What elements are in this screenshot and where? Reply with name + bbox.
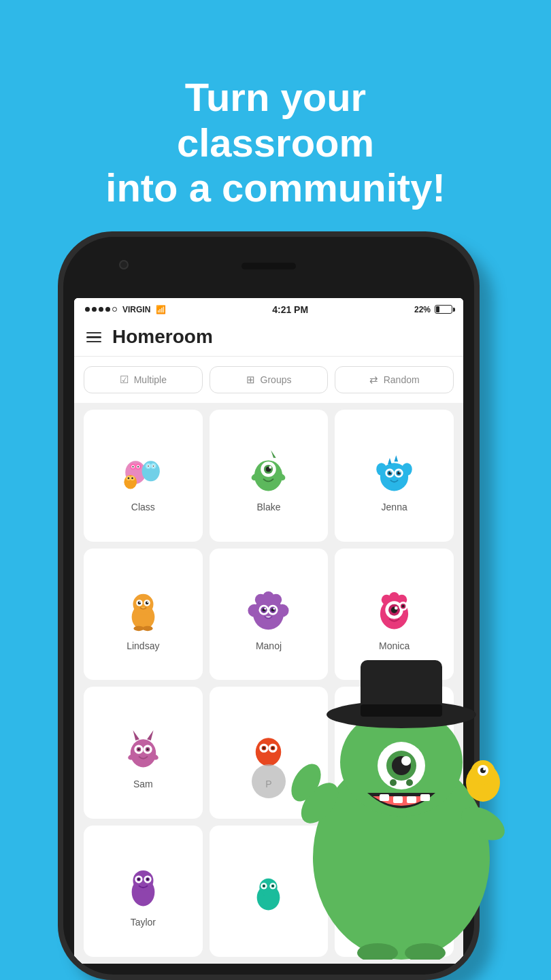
svg-point-100	[398, 749, 400, 751]
svg-point-128	[389, 885, 390, 887]
signal-dots	[85, 307, 117, 312]
status-time: 4:21 PM	[272, 304, 308, 315]
screen-content: VIRGIN 📶 4:21 PM 22%	[74, 298, 463, 964]
svg-marker-20	[271, 450, 277, 457]
svg-point-121	[272, 885, 273, 887]
svg-point-12	[148, 466, 149, 467]
student-name-blake2: Blake	[382, 779, 406, 789]
phone-device: VIRGIN 📶 4:21 PM 22%	[58, 231, 493, 980]
avatar-class	[116, 442, 170, 496]
hamburger-menu-icon[interactable]	[86, 332, 101, 343]
avatar-taylor	[116, 857, 170, 911]
student-card-lindsay[interactable]: Lindsay	[84, 549, 203, 680]
wifi-icon: 📶	[156, 305, 166, 314]
svg-point-48	[133, 626, 144, 632]
student-card-sam[interactable]: Sam	[84, 687, 203, 818]
svg-point-71	[395, 606, 398, 610]
svg-point-37	[399, 471, 401, 472]
svg-point-112	[137, 878, 139, 880]
svg-point-101	[390, 748, 392, 749]
monster-orange-svg	[118, 582, 169, 633]
students-grid: Class	[74, 403, 463, 964]
svg-point-17	[127, 477, 129, 479]
multiple-icon: ☑	[120, 374, 129, 386]
random-icon: ⇄	[369, 374, 378, 386]
svg-point-47	[147, 602, 148, 603]
phone-inner: VIRGIN 📶 4:21 PM 22%	[63, 237, 474, 975]
svg-point-99	[389, 749, 391, 751]
signal-dot-2	[92, 307, 97, 312]
hamburger-line-3	[86, 341, 101, 343]
avatar-extra2	[367, 862, 422, 917]
student-card-monica[interactable]: Monica	[335, 549, 454, 680]
svg-point-62	[265, 608, 267, 610]
avatar-jenna	[367, 442, 422, 496]
phone-body: VIRGIN 📶 4:21 PM 22%	[58, 231, 480, 980]
student-card-p[interactable]: P	[210, 687, 329, 818]
svg-point-45	[146, 602, 149, 605]
monster-multi-svg	[118, 444, 169, 495]
multiple-label: Multiple	[134, 374, 167, 385]
svg-point-74	[402, 605, 405, 608]
student-name-lindsay: Lindsay	[127, 640, 159, 651]
status-bar: VIRGIN 📶 4:21 PM 22%	[74, 298, 463, 318]
monster-taylor-svg	[118, 859, 169, 910]
svg-point-29	[402, 463, 412, 476]
student-name-sam: Sam	[133, 779, 153, 789]
hamburger-line-1	[86, 332, 101, 334]
svg-point-86	[256, 738, 282, 766]
avatar-manoj	[241, 581, 296, 635]
carrier-name: VIRGIN	[122, 305, 150, 314]
signal-dot-3	[99, 307, 103, 312]
student-card-extra1[interactable]	[210, 826, 329, 957]
svg-point-28	[376, 463, 386, 476]
student-name-taylor: Taylor	[131, 917, 156, 928]
random-button[interactable]: ⇄ Random	[335, 366, 454, 393]
monster-pink-svg	[369, 582, 420, 633]
svg-point-6	[137, 466, 139, 467]
groups-button[interactable]: ⊞ Groups	[210, 366, 329, 393]
signal-dot-5	[112, 307, 117, 312]
svg-point-102	[399, 748, 401, 749]
multiple-button[interactable]: ☑ Multiple	[84, 366, 203, 393]
monster-sam-svg	[118, 720, 169, 771]
svg-point-92	[272, 747, 274, 749]
svg-point-91	[263, 747, 265, 749]
phone-speaker	[241, 263, 296, 270]
signal-dot-1	[85, 307, 90, 312]
svg-point-63	[273, 608, 276, 610]
svg-point-51	[248, 604, 261, 617]
svg-point-46	[139, 602, 141, 603]
student-card-jenna[interactable]: Jenna	[335, 410, 454, 541]
student-card-class[interactable]: Class	[84, 410, 203, 541]
groups-icon: ⊞	[246, 374, 255, 386]
monster-blue-svg	[369, 444, 420, 495]
student-card-blake2[interactable]: Blake	[335, 687, 454, 818]
student-name-blake1: Blake	[256, 502, 280, 512]
student-card-extra2[interactable]	[335, 826, 454, 957]
monster-purple-svg	[243, 582, 294, 633]
signal-dot-4	[105, 307, 110, 312]
monster-extra1-svg	[243, 864, 294, 915]
battery-icon	[435, 305, 452, 314]
student-card-taylor[interactable]: Taylor	[84, 826, 203, 957]
svg-marker-38	[388, 457, 392, 463]
app-title: Homeroom	[112, 326, 213, 348]
svg-point-120	[263, 885, 265, 887]
phone-camera	[119, 260, 129, 270]
svg-marker-76	[133, 730, 139, 740]
battery-percent: 22%	[414, 305, 431, 314]
phone-screen: VIRGIN 📶 4:21 PM 22%	[74, 298, 463, 964]
student-card-manoj[interactable]: Manoj	[210, 549, 329, 680]
hero-section: Turn your classroom into a community!	[0, 34, 551, 231]
svg-point-55	[263, 591, 275, 603]
status-left: VIRGIN 📶	[85, 305, 166, 314]
status-right: 22%	[414, 305, 452, 314]
svg-point-7	[141, 461, 159, 481]
avatar-sam	[116, 719, 170, 773]
svg-marker-94	[392, 730, 397, 738]
student-card-blake1[interactable]: Blake	[210, 410, 329, 541]
student-name-jenna: Jenna	[382, 502, 407, 512]
svg-point-75	[131, 740, 156, 768]
hero-text: Turn your classroom into a community!	[41, 34, 510, 231]
